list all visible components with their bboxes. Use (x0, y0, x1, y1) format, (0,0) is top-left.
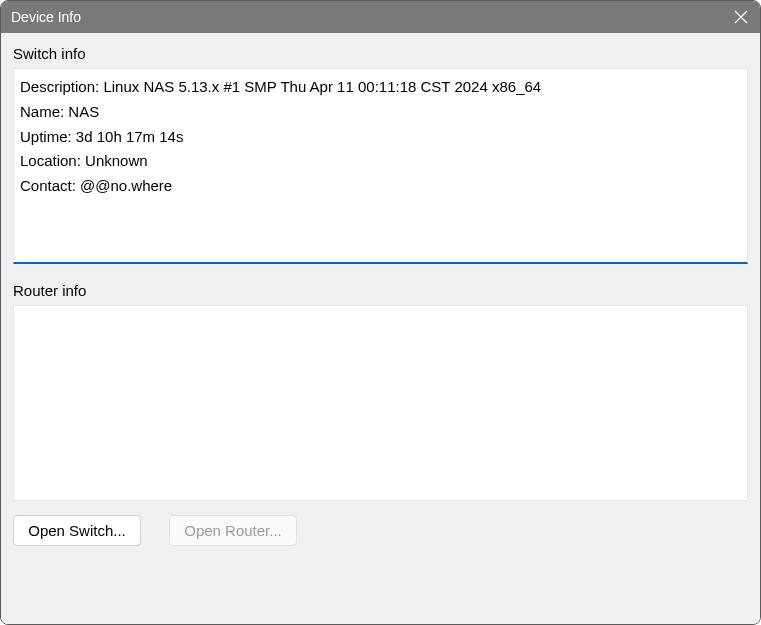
switch-name-label: Name: (20, 103, 64, 120)
switch-name-value: NAS (68, 103, 99, 120)
content-area: Switch info Description: Linux NAS 5.13.… (1, 33, 760, 624)
switch-uptime-row: Uptime: 3d 10h 17m 14s (20, 125, 741, 150)
switch-info-textbox[interactable]: Description: Linux NAS 5.13.x #1 SMP Thu… (13, 68, 748, 264)
open-switch-button[interactable]: Open Switch... (13, 515, 141, 546)
close-icon[interactable] (734, 10, 748, 24)
switch-contact-value: @@no.where (80, 177, 172, 194)
switch-contact-label: Contact: (20, 177, 76, 194)
router-info-textbox[interactable] (13, 305, 748, 501)
switch-location-label: Location: (20, 152, 81, 169)
titlebar: Device Info (1, 1, 760, 33)
open-router-button: Open Router... (169, 515, 297, 546)
switch-contact-row: Contact: @@no.where (20, 174, 741, 199)
switch-uptime-value: 3d 10h 17m 14s (76, 128, 184, 145)
switch-info-label: Switch info (13, 45, 748, 62)
switch-location-value: Unknown (85, 152, 148, 169)
router-info-label: Router info (13, 282, 748, 299)
button-row: Open Switch... Open Router... (13, 515, 748, 546)
device-info-window: Device Info Switch info Description: Lin… (0, 0, 761, 625)
switch-description-label: Description: (20, 78, 99, 95)
switch-uptime-label: Uptime: (20, 128, 72, 145)
window-title: Device Info (11, 9, 81, 25)
switch-description-value: Linux NAS 5.13.x #1 SMP Thu Apr 11 00:11… (103, 78, 541, 95)
switch-location-row: Location: Unknown (20, 149, 741, 174)
switch-description-row: Description: Linux NAS 5.13.x #1 SMP Thu… (20, 75, 741, 100)
spacer (13, 264, 748, 280)
switch-name-row: Name: NAS (20, 100, 741, 125)
